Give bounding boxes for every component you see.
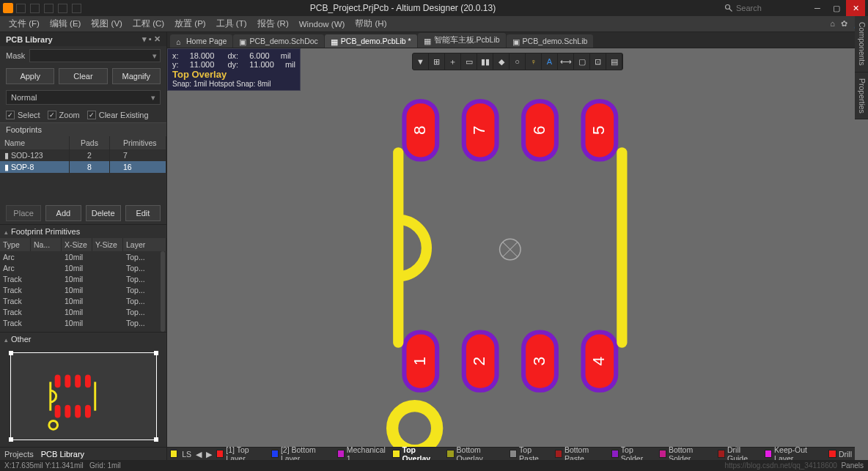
tab-pcb-library[interactable]: PCB Library (41, 450, 84, 459)
other-header[interactable]: Other (0, 332, 166, 346)
edit-button[interactable]: Edit (125, 205, 161, 221)
sch-icon: ▣ (512, 37, 520, 45)
print-icon[interactable] (44, 4, 54, 13)
search-input[interactable] (736, 4, 802, 12)
svg-rect-2 (54, 375, 60, 388)
doc-tab[interactable]: ▦PCB_demo.PcbLib * (325, 34, 417, 48)
primitive-row[interactable]: Arc10milTop... (0, 262, 166, 273)
pcb-icon: ▦ (424, 37, 431, 44)
mode-combo[interactable]: Normal▾ (6, 90, 161, 105)
share-icon[interactable]: ⌂ (830, 19, 835, 29)
undo-icon[interactable] (58, 4, 67, 13)
pin-icon[interactable]: ▾ ▪ ✕ (142, 34, 161, 44)
close-button[interactable]: ✕ (846, 0, 865, 16)
layer-tab[interactable]: Drill (828, 450, 852, 459)
footprint-drawing: 8 7 6 5 1 2 3 4 (167, 48, 868, 450)
filter-icon[interactable]: ▼ (413, 53, 429, 70)
redo-icon[interactable] (72, 4, 81, 13)
clear-existing-checkbox[interactable]: ✓Clear Existing (87, 111, 149, 119)
grid-icon[interactable]: ⊡ (590, 53, 606, 70)
primitives-header[interactable]: Footprint Primitives (0, 224, 166, 238)
global-search[interactable] (724, 4, 802, 12)
save-icon[interactable] (16, 4, 26, 13)
add-button[interactable]: Add (45, 205, 81, 221)
apply-button[interactable]: Apply (6, 68, 54, 84)
tab-projects[interactable]: Projects (4, 450, 34, 459)
net-color-icon[interactable]: ⊞ (429, 53, 445, 70)
minimize-button[interactable]: ─ (808, 0, 827, 16)
menubar: 文件 (F) 编辑 (E) 视图 (V) 工程 (C) 放置 (P) 工具 (T… (0, 16, 868, 32)
watermark: https://blog.csdn.net/qq_34118600 (724, 461, 836, 470)
zoom-checkbox[interactable]: ✓Zoom (48, 111, 80, 119)
ls-label[interactable]: LS (182, 450, 191, 459)
circle-icon[interactable]: ○ (510, 53, 526, 70)
menu-edit[interactable]: 编辑 (E) (45, 18, 86, 29)
primitive-row[interactable]: Track10milTop... (0, 273, 166, 284)
lightbulb-icon[interactable]: ♀ (526, 53, 542, 70)
menu-tools[interactable]: 工具 (T) (212, 18, 251, 29)
svg-rect-6 (54, 405, 60, 418)
menu-project[interactable]: 工程 (C) (128, 18, 169, 29)
menu-file[interactable]: 文件 (F) (4, 18, 44, 29)
primitive-grid[interactable]: Arc10milTop...Arc10milTop...Track10milTo… (0, 251, 166, 332)
footprint-row[interactable]: ▮ SOD-12327 (0, 149, 166, 161)
pcb-canvas[interactable]: 8 7 6 5 1 2 3 4 (167, 48, 868, 460)
svg-rect-3 (65, 375, 70, 388)
chevron-down-icon: ▾ (151, 93, 155, 103)
layer-prev[interactable]: ◀ (196, 450, 202, 459)
right-panel-tabs: Components Properties (855, 16, 868, 119)
via-icon[interactable]: ▢ (574, 53, 590, 70)
primitive-row[interactable]: Track10milTop... (0, 306, 166, 317)
rect-icon[interactable]: ▭ (461, 53, 477, 70)
clear-button[interactable]: Clear (59, 68, 107, 84)
primitive-row[interactable]: Track10milTop... (0, 317, 166, 328)
text-icon[interactable]: A (542, 53, 558, 70)
doc-tab[interactable]: ▦智能车主板.PcbLib (418, 33, 506, 48)
dim-icon[interactable]: ⟷ (558, 53, 574, 70)
svg-point-0 (726, 5, 730, 10)
status-grid: Grid: 1mil (89, 461, 121, 470)
cloud-icon[interactable]: ✿ (841, 19, 847, 29)
document-tabs: ⌂Home Page▣PCB_demo.SchDoc▦PCB_demo.PcbL… (167, 32, 868, 48)
panels-button[interactable]: Panels (841, 461, 864, 470)
footprint-grid-header: Name Pads Primitives (0, 136, 166, 149)
preview-frame[interactable] (10, 352, 157, 440)
menu-view[interactable]: 视图 (V) (87, 18, 127, 29)
menu-window[interactable]: Window (W) (295, 20, 350, 29)
primitive-row[interactable]: Track10milTop... (0, 295, 166, 306)
eraser-icon[interactable]: ◆ (493, 53, 510, 70)
primitive-row[interactable]: Arc10milTop... (0, 251, 166, 262)
menu-help[interactable]: 帮助 (H) (350, 18, 391, 29)
status-bar: X:17.635mil Y:11.341mil Grid: 1mil https… (0, 460, 868, 471)
magnify-button[interactable]: Magnify (112, 68, 161, 84)
open-icon[interactable] (30, 4, 40, 13)
layer-next[interactable]: ▶ (206, 450, 212, 459)
menu-place[interactable]: 放置 (P) (170, 18, 210, 29)
footprints-header: Footprints (0, 122, 166, 136)
primitive-row[interactable]: Track10milTop... (0, 284, 166, 295)
svg-rect-5 (84, 375, 90, 388)
svg-text:1: 1 (411, 357, 429, 366)
doc-tab[interactable]: ⌂Home Page (170, 34, 232, 48)
search-icon (724, 4, 733, 12)
polygon-icon[interactable]: ＋ (445, 53, 461, 70)
footprint-row[interactable]: ▮ SOP-8816 (0, 161, 166, 173)
doc-tab[interactable]: ▣PCB_demo.SchDoc (233, 34, 323, 48)
home-icon: ⌂ (176, 37, 183, 45)
tab-components[interactable]: Components (855, 16, 868, 73)
place-button[interactable]: Place (6, 205, 41, 221)
mask-label: Mask (6, 51, 25, 60)
select-checkbox[interactable]: ✓Select (6, 111, 40, 119)
delete-button[interactable]: Delete (86, 205, 121, 221)
svg-text:5: 5 (589, 126, 608, 135)
maximize-button[interactable]: ▢ (827, 0, 846, 16)
footprint-grid[interactable]: ▮ SOD-12327▮ SOP-8816 (0, 149, 166, 173)
menu-report[interactable]: 报告 (R) (253, 18, 293, 29)
scrollbar[interactable] (161, 251, 165, 332)
bar-icon[interactable]: ▮▮ (477, 53, 493, 70)
mask-combo[interactable]: ▾ (29, 49, 161, 62)
layer-icon[interactable]: ▤ (606, 53, 622, 70)
doc-tab[interactable]: ▣PCB_demo.SchLib (507, 34, 594, 48)
tab-properties[interactable]: Properties (855, 73, 868, 120)
sch-icon: ▣ (239, 37, 246, 45)
